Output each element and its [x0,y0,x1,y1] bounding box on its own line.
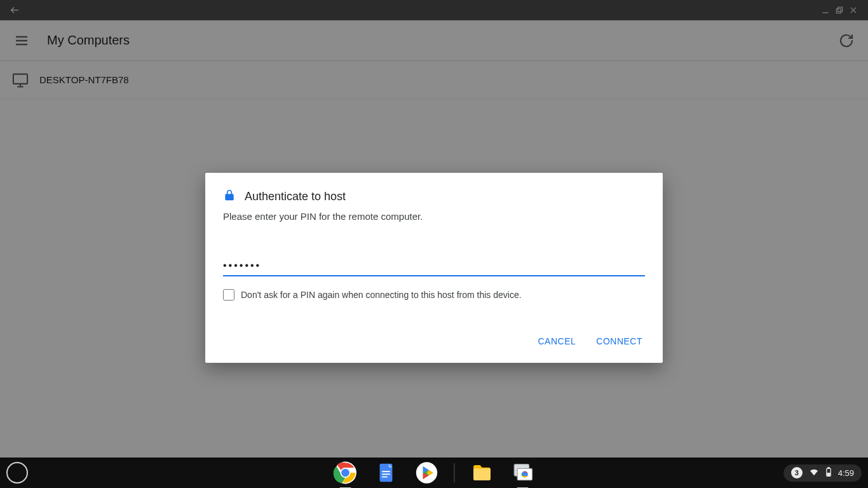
shelf-apps [332,459,536,486]
svg-rect-18 [382,471,390,472]
shelf-app-docs[interactable] [373,459,400,486]
wifi-icon [809,467,819,479]
dialog-subtitle: Please enter your PIN for the remote com… [223,211,645,222]
status-tray[interactable]: 3 4:59 [783,464,862,482]
shelf: 3 4:59 [0,458,868,488]
svg-rect-19 [382,473,390,475]
status-clock: 4:59 [838,468,854,478]
shelf-app-play[interactable] [414,459,440,486]
shelf-app-files[interactable] [469,459,496,486]
pin-input[interactable] [223,257,645,276]
svg-rect-26 [473,468,491,480]
remember-label[interactable]: Don't ask for a PIN again when connectin… [241,290,522,300]
dialog-title: Authenticate to host [245,190,346,203]
svg-rect-20 [382,477,388,478]
battery-icon [825,467,832,479]
remember-checkbox[interactable] [223,289,234,301]
svg-point-14 [342,469,349,476]
connect-button[interactable]: CONNECT [593,332,645,350]
notification-badge: 3 [791,467,803,478]
shelf-app-remote-desktop[interactable] [510,459,536,486]
svg-rect-31 [827,467,829,468]
shelf-divider [454,463,455,482]
cancel-button[interactable]: CANCEL [535,332,578,350]
shelf-app-chrome[interactable] [332,459,359,486]
svg-rect-32 [827,473,830,475]
auth-dialog: Authenticate to host Please enter your P… [205,173,663,363]
lock-icon [223,188,236,205]
launcher-button[interactable] [6,462,28,484]
